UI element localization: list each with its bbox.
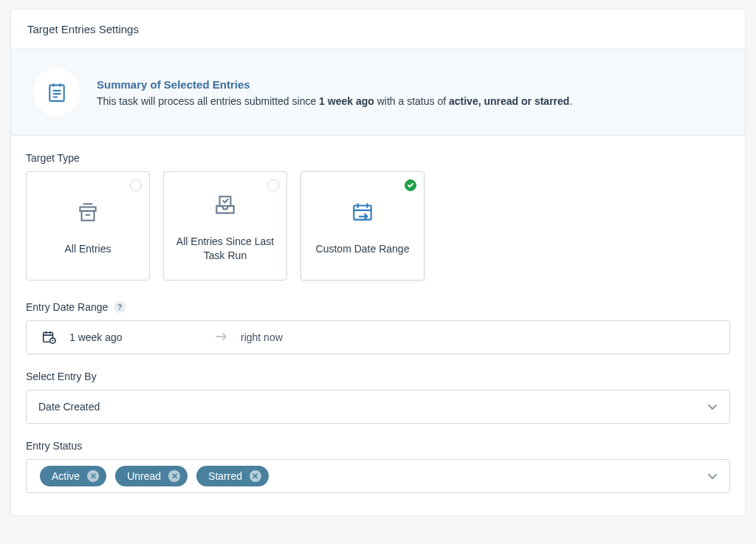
target-type-option-custom-date-range[interactable]: Custom Date Range [300,171,425,280]
radio-indicator-checked [405,179,416,191]
chevron-down-icon [707,470,718,482]
entry-status-chips: Active ✕ Unread ✕ Starred ✕ [40,466,269,486]
calendar-icon [41,329,56,346]
entry-date-range-input[interactable]: 1 week ago right now [26,320,730,354]
entry-date-range-label: Entry Date Range ? [26,301,730,313]
entry-status-multiselect[interactable]: Active ✕ Unread ✕ Starred ✕ [26,459,730,493]
calendar-arrow-icon [350,196,375,229]
summary-icon-circle [33,69,80,116]
summary-list-icon [47,82,66,103]
entry-status-label: Entry Status [26,440,730,452]
arrow-right-icon [216,331,227,343]
select-entry-by-value: Date Created [38,401,100,413]
target-type-option-since-last-run[interactable]: All Entries Since Last Task Run [163,171,287,280]
option-label: Custom Date Range [316,242,410,256]
status-chip-active: Active ✕ [40,466,106,486]
target-type-options: All Entries All Entries Since Last Task … [26,171,730,280]
target-type-label: Target Type [26,152,730,164]
panel-body: Target Type All Entries [11,136,745,515]
status-chip-starred: Starred ✕ [196,466,269,486]
target-type-option-all-entries[interactable]: All Entries [26,171,150,280]
select-entry-by-label: Select Entry By [26,371,730,382]
chip-remove-icon[interactable]: ✕ [87,470,99,482]
svg-rect-4 [354,205,371,219]
inbox-check-icon [213,189,238,221]
status-chip-unread: Unread ✕ [115,466,188,486]
summary-title: Summary of Selected Entries [97,78,572,91]
summary-region: Summary of Selected Entries This task wi… [11,49,745,136]
chip-remove-icon[interactable]: ✕ [250,470,261,482]
target-entries-settings-panel: Target Entries Settings Summary of Selec… [10,9,746,516]
date-range-to: right now [241,331,283,343]
select-entry-by-dropdown[interactable]: Date Created [26,390,730,424]
radio-indicator [267,179,279,191]
date-range-from: 1 week ago [69,331,202,343]
summary-description: This task will process all entries submi… [97,95,572,107]
option-label: All Entries Since Last Task Run [171,235,279,263]
option-label: All Entries [64,242,111,256]
archive-box-icon [75,196,100,229]
chip-remove-icon[interactable]: ✕ [168,470,180,482]
help-icon[interactable]: ? [114,301,126,313]
radio-indicator [130,179,142,191]
panel-title: Target Entries Settings [11,10,745,49]
chevron-down-icon [707,401,718,413]
